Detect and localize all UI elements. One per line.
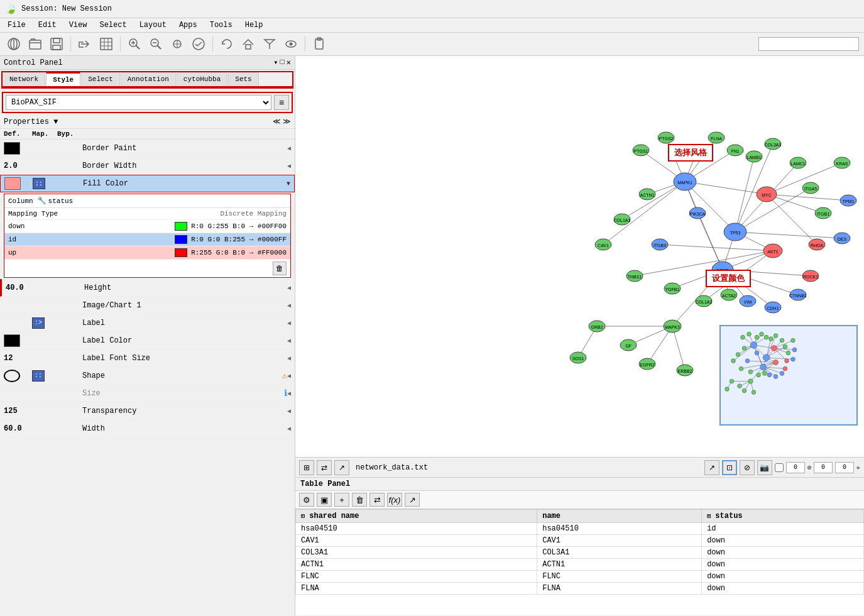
menu-edit[interactable]: Edit — [36, 19, 59, 31]
col-name[interactable]: name — [537, 510, 702, 523]
label-label: Label — [82, 319, 287, 327]
net-select2-button[interactable]: ⊘ — [740, 460, 755, 475]
tbl-formula-button[interactable]: f(x) — [387, 493, 402, 507]
prop-label: :> Label ◀ — [0, 314, 295, 332]
refresh-button[interactable] — [218, 35, 236, 53]
col-headers: Def. Map. Byp. — [0, 129, 295, 140]
network-toolbar: ⊞ ⇄ ↗ network_data.txt ↗ ⊡ ⊘ 📷 0 ⊘ 0 0 ✛ — [295, 457, 864, 477]
cell-shared-name: CAV1 — [296, 535, 537, 547]
tbl-export-button[interactable]: ↗ — [405, 493, 420, 507]
svg-text:ROCK1: ROCK1 — [803, 275, 818, 279]
tab-network[interactable]: Network — [3, 72, 45, 86]
menu-layout[interactable]: Layout — [137, 19, 169, 31]
label-font-size-arrow[interactable]: ◀ — [287, 355, 291, 362]
menu-view[interactable]: View — [67, 19, 90, 31]
svg-point-185 — [763, 355, 770, 361]
up-color-text: R:255 G:0 B:0 → #FF0000 — [191, 249, 287, 256]
net-camera-button[interactable]: 📷 — [757, 460, 772, 475]
border-width-arrow[interactable]: ◀ — [287, 162, 291, 170]
check-button[interactable] — [190, 35, 207, 53]
menu-apps[interactable]: Apps — [177, 19, 200, 31]
width-arrow[interactable]: ◀ — [287, 425, 291, 432]
size-arrow[interactable]: ◀ — [287, 390, 291, 397]
network-view[interactable]: MAPK1TP53MYCEGFRAKT1PTGS1PTGS2ACTN1COL1A… — [295, 56, 864, 457]
clipboard-button[interactable] — [310, 35, 328, 53]
tab-annotation[interactable]: Annotation — [121, 72, 176, 86]
table-content[interactable]: ⊞ shared name name ⊞ status hsa04510 hsa… — [295, 509, 864, 615]
panel-minimize-button[interactable]: □ — [280, 58, 285, 67]
save-button[interactable] — [48, 35, 65, 53]
tab-sets[interactable]: Sets — [228, 72, 258, 86]
svg-point-212 — [755, 351, 759, 355]
shape-arrow[interactable]: ◀ — [287, 372, 291, 380]
properties-scroll[interactable]: Border Paint ◀ 2.0 Border Width ◀ — [0, 140, 295, 615]
control-panel: Control Panel ▾ □ ✕ Network Style Select… — [0, 56, 295, 615]
up-color-box — [175, 248, 187, 257]
net-share-button[interactable]: ⇄ — [317, 460, 332, 475]
menu-file[interactable]: File — [5, 19, 28, 31]
image-chart-arrow[interactable]: ◀ — [287, 302, 291, 309]
delete-mapping-button[interactable]: 🗑 — [273, 261, 287, 275]
tbl-columns-button[interactable]: ▣ — [317, 493, 332, 507]
search-input[interactable] — [758, 37, 859, 51]
tab-select[interactable]: Select — [81, 72, 120, 86]
net-grid-button[interactable]: ⊞ — [299, 460, 314, 475]
zoom-out-button[interactable] — [147, 35, 165, 53]
height-arrow[interactable]: ◀ — [287, 284, 291, 292]
label-arrow[interactable]: ◀ — [287, 319, 291, 327]
border-paint-arrow[interactable]: ◀ — [287, 145, 291, 152]
shape-mapping-icon[interactable]: :: — [32, 370, 45, 382]
panel-float-button[interactable]: ▾ — [273, 58, 278, 67]
net-select-button[interactable]: ⊡ — [722, 460, 737, 475]
table-row: hsa04510 hsa04510 id — [296, 523, 864, 535]
props-collapse-button[interactable]: ≪ — [273, 117, 281, 126]
cell-status: down — [702, 571, 864, 583]
svg-text:MAPK1: MAPK1 — [677, 180, 692, 185]
menu-help[interactable]: Help — [243, 19, 266, 31]
svg-text:THBS1: THBS1 — [628, 275, 642, 279]
shape-swatch[interactable] — [4, 370, 20, 382]
col-shared-name[interactable]: ⊞ shared name — [296, 510, 537, 523]
tbl-add-button[interactable]: + — [334, 493, 349, 507]
label-mapping-icon[interactable]: :> — [32, 317, 45, 329]
fill-color-dropdown-arrow[interactable]: ▼ — [287, 180, 290, 187]
label-color-arrow[interactable]: ◀ — [287, 337, 291, 344]
tab-cytohubba[interactable]: cytoHubba — [177, 72, 227, 86]
height-value: 40.0 — [6, 283, 34, 292]
props-expand-button[interactable]: ≫ — [283, 117, 291, 126]
table-panel: Table Panel ⚙ ▣ + 🗑 ⇄ f(x) ↗ ⊞ shared na… — [295, 477, 864, 615]
fill-color-swatch[interactable] — [4, 177, 21, 190]
panel-close-button[interactable]: ✕ — [287, 58, 291, 67]
col-byp-label: Byp. — [57, 130, 82, 138]
style-menu-button[interactable]: ≡ — [274, 95, 289, 110]
fill-color-mapping-icon[interactable]: :: — [33, 178, 45, 189]
network-button[interactable] — [5, 35, 23, 53]
share-button[interactable] — [76, 35, 94, 53]
fit-button[interactable] — [168, 35, 186, 53]
zoom-in-button[interactable] — [126, 35, 143, 53]
window-title: Session: New Session — [21, 4, 112, 13]
border-paint-swatch[interactable] — [4, 142, 20, 155]
filter-button[interactable] — [261, 35, 278, 53]
tbl-merge-button[interactable]: ⇄ — [369, 493, 385, 507]
menu-tools[interactable]: Tools — [207, 19, 235, 31]
net-export-button[interactable]: ↗ — [704, 460, 719, 475]
eye-button[interactable] — [282, 35, 300, 53]
menu-select[interactable]: Select — [97, 19, 129, 31]
style-dropdown[interactable]: BioPAX_SIF — [6, 95, 271, 110]
mapping-type-value: Discrete Mapping — [220, 210, 287, 217]
transparency-arrow[interactable]: ◀ — [287, 407, 291, 415]
cell-name: COL3A1 — [537, 547, 702, 559]
tab-style[interactable]: Style — [46, 72, 80, 86]
tbl-settings-button[interactable]: ⚙ — [299, 493, 314, 507]
col-status[interactable]: ⊞ status — [702, 510, 864, 523]
table-button[interactable] — [97, 35, 115, 53]
tbl-delete-button[interactable]: 🗑 — [352, 493, 367, 507]
svg-text:VIM: VIM — [744, 300, 752, 304]
border-width-label: Border Width — [82, 162, 287, 170]
net-checkbox[interactable] — [775, 463, 784, 472]
label-color-swatch[interactable] — [4, 334, 20, 347]
open-button[interactable] — [26, 35, 44, 53]
home-button[interactable] — [239, 35, 257, 53]
net-arrow-button[interactable]: ↗ — [334, 460, 349, 475]
